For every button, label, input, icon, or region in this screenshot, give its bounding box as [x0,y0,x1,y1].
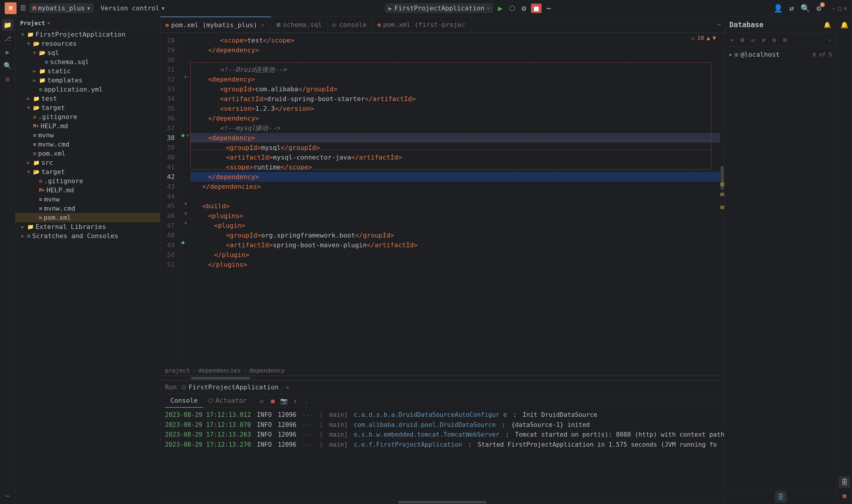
more-console-button[interactable]: ⋮ [302,396,311,406]
run-button[interactable]: ▶ [495,3,505,13]
tree-item-resources[interactable]: ▼ 📂 resources [15,39,160,48]
breadcrumb-dependency[interactable]: dependency [249,367,285,374]
tree-item-helpmd2[interactable]: ▶ M+ HELP.md [15,185,160,195]
tree-item-static[interactable]: ▶ 📁 static [15,67,160,76]
maximize-button[interactable]: □ [838,5,841,12]
search-icon[interactable]: 🔍 [801,3,810,13]
refresh-db-button[interactable]: ↺ [748,35,758,44]
activity-plugins-icon[interactable]: ⚙ [2,73,14,85]
code-line-33[interactable]: <groupId>com.alibaba</groupId> [190,84,720,94]
gutter-46[interactable]: ▼ [181,209,190,218]
bottom-horizontal-scrollbar[interactable] [160,500,724,504]
tree-item-mvnw2[interactable]: ▶ ≡ mvnw [15,195,160,204]
app-logo-icon[interactable]: M [5,2,17,14]
code-line-50[interactable]: </plugin> [190,250,720,260]
close-window-button[interactable]: ✕ [844,5,847,12]
bell-icon[interactable]: 🔔 [822,20,832,30]
tab-pom-mybatis[interactable]: m pom.xml (mybatis_plus) ✕ [160,17,271,33]
gutter-38[interactable]: ▼ [181,130,190,140]
horizontal-scrollbar-thumb[interactable] [191,377,250,379]
bottom-scrollbar-thumb[interactable] [398,501,487,503]
code-line-34[interactable]: <artifactId>druid-spring-boot-starter</a… [190,94,720,104]
code-line-48[interactable]: <groupId>org.springframework.boot</group… [190,230,720,240]
sync-db-button[interactable]: ⇄ [759,35,768,44]
code-line-46[interactable]: <plugins> [190,211,720,221]
gutter-32[interactable]: ▼ [181,72,190,82]
tree-item-scratches[interactable]: ▶ ⊞ Scratches and Consoles [15,231,160,240]
sidebar-tree[interactable]: ▼ 📁 FirstProjectApplication ▼ 📂 resource… [15,30,160,504]
code-line-41[interactable]: <scope>runtime</scope> [190,162,720,172]
tree-item-gitignore1[interactable]: ▶ ⊘ .gitignore [15,112,160,122]
tree-item-application-yml[interactable]: ▶ ⚙ application.yml [15,85,160,94]
tree-item-schema-sql[interactable]: ▶ ⊞ schema.sql [15,57,160,67]
warning-count-badge[interactable]: ⚠ 10 ▲ ▼ [691,34,716,41]
tree-item-test[interactable]: ▶ 📁 test [15,94,160,103]
tab-close-button[interactable]: ✕ [260,22,265,28]
tabs-more-button[interactable]: ⋯ [714,17,724,33]
code-area[interactable]: <scope>test</scope> </dependency> <!--Dr… [190,33,720,365]
gutter-45[interactable]: ▼ [181,199,190,209]
stop-button[interactable]: ■ [531,3,542,13]
activity-project-icon[interactable]: 📁 [2,19,14,31]
tab-console[interactable]: ▷ console [328,17,372,33]
more-options-icon[interactable]: ⋯ [544,3,553,13]
bottom-tab-actuator[interactable]: ⬡ Actuator [203,394,252,408]
tree-item-target1[interactable]: ▼ 📂 target [15,103,160,112]
add-db-button[interactable]: + [727,35,736,44]
code-line-49[interactable]: <artifactId>spring-boot-maven-plugin</ar… [190,240,720,250]
db-side-icon-1[interactable]: 🗄 [775,491,787,503]
project-selector[interactable]: M mybatis_plus ▾ [30,3,93,13]
tree-item-sql[interactable]: ▼ 📂 sql [15,48,160,57]
code-line-37[interactable]: <!--mysql驱动--> [190,123,720,133]
copilot-icon[interactable]: ⬡ [507,3,517,13]
restart-button[interactable]: ↺ [257,396,266,406]
notifications-icon[interactable]: 🔔 [839,19,851,31]
code-line-45[interactable]: <build> [190,201,720,211]
db-panel-icon[interactable]: 🗄 [839,476,851,488]
code-line-43[interactable]: </dependencies> [190,182,720,192]
translate-icon[interactable]: ⇄ [787,3,796,13]
activity-commit-icon[interactable]: ⎇ [2,33,14,44]
code-line-30[interactable] [190,55,720,65]
maven-panel-icon[interactable]: m [839,490,851,502]
bottom-tab-console[interactable]: Console [165,394,203,408]
run-configuration-selector[interactable]: ▶ FirstProjectApplication ▾ [385,3,493,13]
gutter-47[interactable]: ▼ [181,218,190,228]
code-line-28[interactable]: <scope>test</scope> [190,35,720,45]
tree-item-mvnwcmd2[interactable]: ▶ ≡ mvnw.cmd [15,204,160,213]
tab-schema-sql[interactable]: ⊞ schema.sql [271,17,328,33]
breadcrumb-project[interactable]: project [165,367,190,374]
settings-icon[interactable]: ⚙ 1 [814,3,823,13]
code-line-38[interactable]: <dependency> [190,133,720,143]
code-line-40[interactable]: <artifactId>mysql-connector-java</artifa… [190,152,720,162]
code-line-29[interactable]: </dependency> [190,45,720,55]
tree-item-mvnw1[interactable]: ▶ ≡ mvnw [15,130,160,140]
vertical-scrollbar[interactable] [720,33,724,365]
code-line-32[interactable]: <dependency> [190,74,720,84]
more-db-button[interactable]: › [825,35,834,44]
code-line-44[interactable] [190,192,720,201]
code-line-35[interactable]: <version>1.2.3</version> [190,104,720,113]
code-line-31[interactable]: <!--Druid连接池--> [190,65,720,74]
horizontal-scrollbar[interactable] [160,376,724,380]
fold-47-icon[interactable]: ▼ [184,220,187,226]
activity-search-icon[interactable]: 🔍 [2,60,14,72]
settings-db-button[interactable]: ⚙ [769,35,779,44]
breadcrumb-dependencies[interactable]: dependencies [198,367,241,374]
activity-more-icon[interactable]: ⋯ [2,490,14,502]
code-line-51[interactable]: </plugins> [190,260,720,269]
tree-item-templates[interactable]: ▶ 📁 templates [15,76,160,85]
tab-pom-first[interactable]: m pom.xml (first-projec [372,17,471,33]
minimize-button[interactable]: — [832,5,835,12]
fold-46-icon[interactable]: ▼ [184,211,187,216]
scroll-button[interactable]: ↕ [291,396,300,406]
code-line-47[interactable]: <plugin> [190,221,720,230]
code-line-42[interactable]: </dependency> [190,172,720,182]
code-line-36[interactable]: </dependency> [190,113,720,123]
screenshot-button[interactable]: 📷 [279,396,289,406]
tree-item-src[interactable]: ▶ 📁 src [15,158,160,167]
tree-item-gitignore2[interactable]: ▶ ⊘ .gitignore [15,176,160,185]
tree-item-target2[interactable]: ▼ 📂 target [15,167,160,176]
code-line-39[interactable]: <groupId>mysql</groupId> [190,143,720,152]
tree-item-mvnwcmd1[interactable]: ▶ ≡ mvnw.cmd [15,140,160,149]
